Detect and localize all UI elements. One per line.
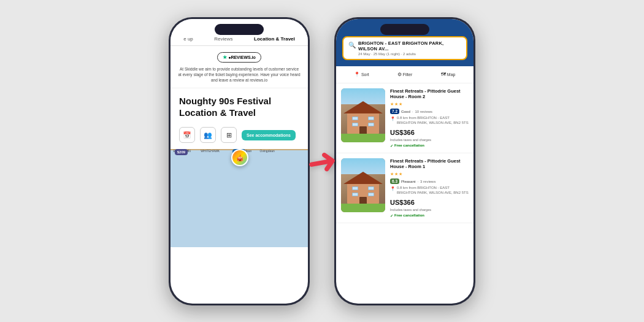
rating-reviews-2: · [417,180,418,183]
map-label: Map [447,72,456,77]
left-phone-notch [215,24,264,35]
rating-score-2: 6.3 [390,178,399,184]
free-cancel-text-1: Free cancellation [394,144,424,147]
sort-tab[interactable]: 📍 Sort [341,70,382,79]
right-phone: 🔍 BRIGHTON - EAST BRIGHTON PARK, WILSON … [334,17,475,305]
tab-reviews[interactable]: Reviews [214,36,232,42]
hotel-price-sub-1: Includes taxes and charges [390,138,469,142]
map-tab[interactable]: 🗺 Map [427,70,469,79]
rating-reviews-count-2: 3 reviews [420,180,435,183]
search-icon: 🔍 [348,42,356,48]
map-pin-209[interactable]: $209 [175,149,188,155]
search-bar-text: BRIGHTON - EAST BRIGHTON PARK, WILSON AV… [358,40,461,56]
map-label-ovingdean: Ovingdean [260,149,275,153]
left-phone: e up Reviews Location & Travel ★ ●REVIEW… [169,17,310,305]
hotel-name-1: Finest Retreats - Pittodrie Guest House … [390,88,469,101]
hotel-stars-1: ★ ★ ★ [390,102,469,107]
rating-badge-2: 6.3 Pleasant · 3 reviews [390,178,469,184]
star-3: ★ [399,102,402,107]
reviews-star: ★ [223,55,227,60]
right-phone-notch [380,24,429,35]
hotel-image-2 [341,158,385,212]
star-2-2: ★ [394,172,398,177]
direction-arrow: ➜ [303,137,340,185]
sort-label: Sort [361,72,369,77]
hotel-name-2: Finest Retreats - Pittodrie Guest House … [390,158,469,171]
filter-label: Filter [403,72,413,77]
map-icon: 🗺 [441,72,446,77]
hotel-card-1[interactable]: Finest Retreats - Pittodrie Guest House … [336,83,473,153]
arrow-container: ➜ [307,140,337,183]
hotel-price-sub-2: Includes taxes and charges [390,208,469,212]
hotel-card-2[interactable]: Finest Retreats - Pittodrie Guest House … [336,153,473,223]
rating-badge-1: 7.2 Good · 10 reviews [390,109,469,114]
star-2-1: ★ [390,172,394,177]
check-icon-2: ✓ [390,213,393,218]
check-icon-1: ✓ [390,144,393,148]
icon-row: 📅 👥 ⊞ See accommodations [171,123,308,149]
rating-label-2: Pleasant [401,180,415,183]
see-accommodations-button[interactable]: See accommodations [242,130,296,140]
rating-reviews-1: · [412,110,413,113]
search-dates: 24 May · 25 May (1 night) · 2 adults [358,52,461,56]
star-2-3: ★ [399,172,402,177]
left-phone-content: e up Reviews Location & Travel ★ ●REVIEW… [171,19,308,304]
map-area: EN'S PARK WHITEHAWK EMPTOWN Ovingdean Ro… [171,149,308,247]
festival-title-line2: Location & Travel [179,107,299,119]
free-cancel-2: ✓ Free cancellation [390,213,469,218]
filter-tab[interactable]: ⚙ Filter [385,70,426,79]
search-hotel-name: BRIGHTON - EAST BRIGHTON PARK, WILSON AV… [358,40,461,52]
hotel-stars-2: ★ ★ ★ [390,172,469,177]
hotel-info-2: Finest Retreats - Pittodrie Guest House … [390,158,469,218]
reviews-text: At Skiddle we aim to provide outstanding… [178,66,301,83]
right-phone-content: 🔍 BRIGHTON - EAST BRIGHTON PARK, WILSON … [336,19,473,304]
rating-reviews-count-1: 10 reviews [415,110,432,113]
hotel-list: Finest Retreats - Pittodrie Guest House … [336,83,473,304]
hotel-price-2: US$366 [390,199,469,206]
hotel-distance-1: 📍 0.8 km from BRIGHTON - EAST BRIGHTON P… [390,116,469,126]
hotel-distance-2: 📍 0.8 km from BRIGHTON - EAST BRIGHTON P… [390,186,469,196]
hotel-price-1: US$366 [390,129,469,136]
calendar-icon-btn[interactable]: 📅 [179,127,195,143]
map-label-whitehawk: WHITEHAWK [201,149,220,153]
scene: e up Reviews Location & Travel ★ ●REVIEW… [0,0,644,322]
reviews-logo-text: ●REVIEWS.io [228,55,256,59]
filter-icon: ⚙ [397,72,402,77]
festival-title: Noughty 90s Festival Location & Travel [171,88,308,124]
search-bar[interactable]: 🔍 BRIGHTON - EAST BRIGHTON PARK, WILSON … [342,36,467,60]
hotel-image-1 [341,88,385,142]
people-icon-btn[interactable]: 👥 [200,127,216,143]
star-1: ★ [390,102,394,107]
hotel-info-1: Finest Retreats - Pittodrie Guest House … [390,88,469,148]
hotel-distance-text-1: 0.8 km from BRIGHTON - EAST BRIGHTON PAR… [397,116,469,126]
reviews-section: ★ ●REVIEWS.io At Skiddle we aim to provi… [171,46,308,88]
tab-location-travel[interactable]: Location & Travel [254,36,295,42]
filter-tabs: 📍 Sort ⚙ Filter 🗺 Map [336,66,473,83]
sort-icon: 📍 [354,72,360,77]
festival-title-line1: Noughty 90s Festival [179,96,299,107]
location-icon-2: 📍 [390,186,396,191]
star-2: ★ [394,102,398,107]
filter-icon-btn[interactable]: ⊞ [221,127,237,143]
festival-marker[interactable]: 🎪 [231,149,248,166]
free-cancel-text-2: Free cancellation [394,213,424,217]
location-icon-1: 📍 [390,116,396,121]
rating-label-1: Good [401,110,410,113]
free-cancel-1: ✓ Free cancellation [390,144,469,148]
tab-e-up[interactable]: e up [183,36,193,42]
reviews-logo: ★ ●REVIEWS.io [217,52,261,63]
hotel-distance-text-2: 0.8 km from BRIGHTON - EAST BRIGHTON PAR… [397,186,469,196]
rating-score-1: 7.2 [390,109,399,114]
